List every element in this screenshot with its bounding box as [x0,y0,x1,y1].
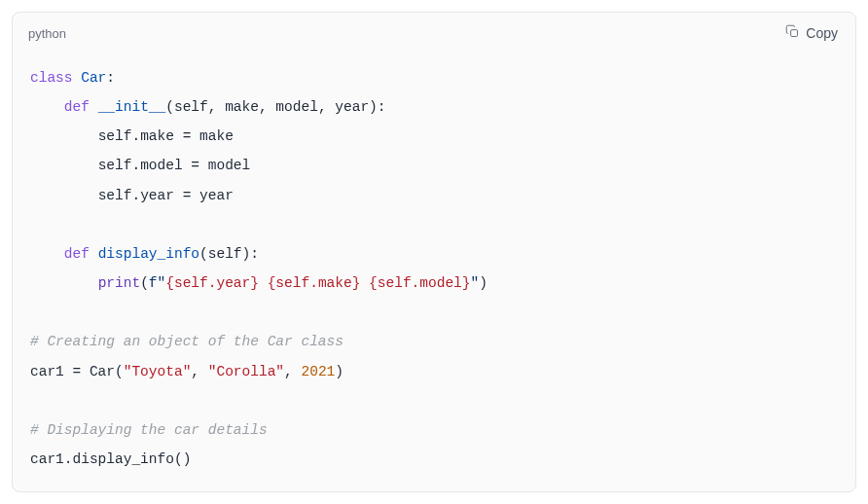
code-token: f" [149,275,165,291]
code-token: {self.make} [268,275,361,291]
code-token: "Toyota" [124,364,192,379]
code-token: self.model = model [98,158,251,173]
code-token: ) [335,364,344,379]
code-token: 2021 [301,364,335,379]
code-token: self.make = make [98,128,234,144]
code-token: "Corolla" [208,364,284,379]
code-body: class Car: def __init__(self, make, mode… [13,50,855,491]
svg-rect-0 [791,30,798,37]
code-token: , [191,364,207,379]
code-token: : [106,70,115,86]
code-block: python Copy class Car: def __init__(self… [12,12,856,492]
code-token [259,275,268,291]
code-header: python Copy [13,13,855,50]
code-token: {self.model} [369,275,470,291]
code-token: , [284,364,301,379]
code-token: ( [140,275,149,291]
code-token: class [30,70,73,86]
code-token: car1 = Car( [30,364,124,379]
code-token: (self): [199,246,259,262]
code-token: car1.display_info() [30,451,191,467]
code-token: def [64,99,90,115]
copy-button[interactable]: Copy [783,20,840,46]
code-token: def [64,246,90,262]
code-token: " [471,275,480,291]
code-token: print [98,275,141,291]
code-token: # Creating an object of the Car class [30,334,344,349]
code-token: display_info [98,246,199,262]
copy-button-label: Copy [806,25,838,41]
copy-icon [785,24,800,42]
language-label: python [28,26,66,41]
code-token: self.year = year [98,188,234,203]
code-token: (self, make, model, year): [165,99,385,115]
code-token: ) [479,275,488,291]
code-token: Car [81,70,106,86]
code-token: # Displaying the car details [30,422,268,438]
code-token: __init__ [98,99,166,115]
code-token: {self.year} [165,275,259,291]
code-token [360,275,369,291]
